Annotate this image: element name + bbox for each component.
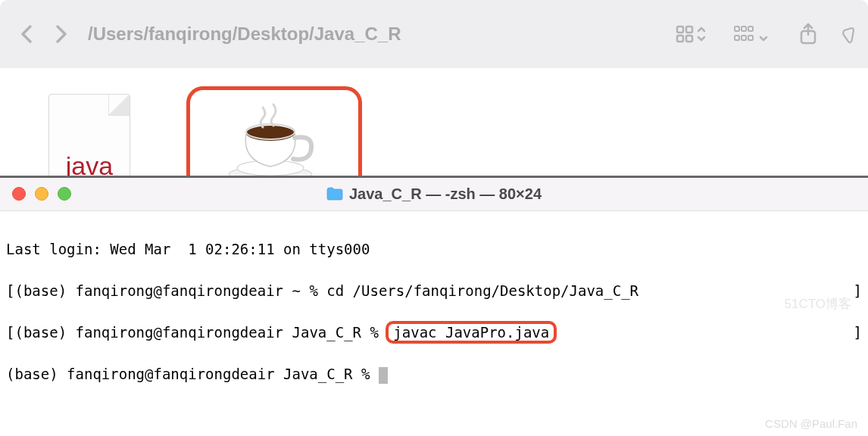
cursor [379, 367, 388, 384]
view-grid-button[interactable] [667, 23, 718, 45]
svg-rect-6 [748, 26, 753, 31]
terminal-window: Java_C_R — -zsh — 80×24 Last login: Wed … [0, 176, 868, 436]
terminal-title-text: Java_C_R — -zsh — 80×24 [349, 185, 542, 203]
svg-rect-0 [677, 26, 683, 33]
terminal-prompt: (base) fanqirong@fanqirongdeair Java_C_R… [6, 364, 862, 385]
share-button[interactable] [789, 23, 827, 45]
svg-rect-2 [677, 36, 683, 42]
terminal-line: Last login: Wed Mar 1 02:26:11 on ttys00… [6, 239, 862, 260]
group-button[interactable] [724, 23, 783, 45]
folder-icon [326, 187, 343, 201]
close-button[interactable] [12, 187, 26, 201]
javac-command-highlight: javac JavaPro.java [386, 321, 557, 344]
finder-toolbar: /Users/fanqirong/Desktop/Java_C_R [0, 0, 868, 68]
svg-rect-1 [686, 26, 692, 33]
terminal-line: [(base) fanqirong@fanqirongdeair ~ % cd … [6, 281, 862, 302]
svg-rect-8 [742, 36, 746, 40]
svg-rect-5 [742, 26, 746, 31]
svg-rect-3 [686, 36, 692, 42]
back-button[interactable] [14, 23, 41, 45]
window-controls [12, 187, 71, 201]
zoom-button[interactable] [58, 187, 71, 201]
svg-rect-4 [735, 26, 739, 31]
terminal-line: [(base) fanqirong@fanqirongdeair Java_C_… [6, 322, 862, 344]
path-display: /Users/fanqirong/Desktop/Java_C_R [88, 23, 401, 45]
minimize-button[interactable] [35, 187, 48, 201]
svg-rect-9 [748, 36, 753, 40]
terminal-titlebar: Java_C_R — -zsh — 80×24 [0, 178, 868, 211]
forward-button[interactable] [47, 23, 74, 45]
svg-rect-7 [735, 36, 739, 40]
tag-button[interactable] [833, 23, 854, 45]
terminal-body[interactable]: Last login: Wed Mar 1 02:26:11 on ttys00… [0, 211, 868, 436]
